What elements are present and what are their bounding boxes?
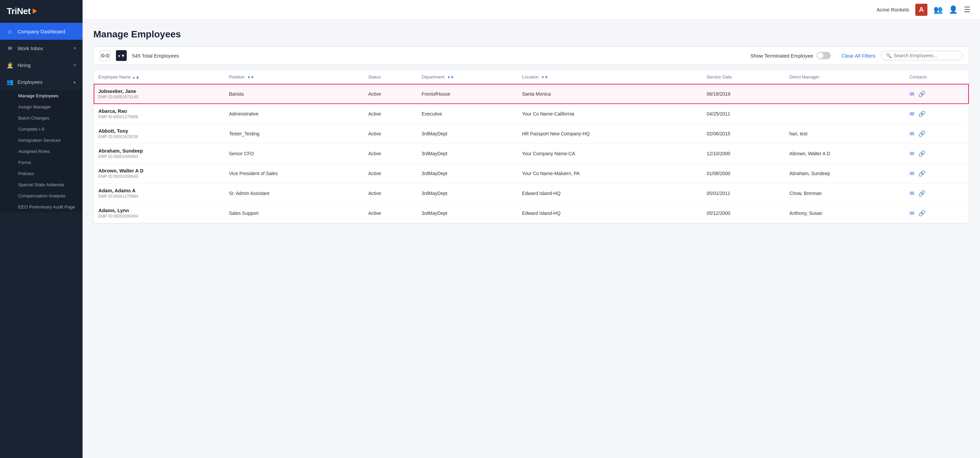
logo: TriNet	[0, 0, 83, 23]
location-cell: Edward Island-HQ	[517, 184, 702, 203]
col-contacts: Contacts	[905, 70, 969, 84]
link-icon[interactable]: 🔗	[918, 210, 925, 217]
subnav-item-policies[interactable]: Policies	[0, 168, 83, 179]
direct-manager-cell: Abrown, Walter A D	[784, 144, 905, 164]
position-cell: Sales Support	[224, 203, 363, 223]
user-icon[interactable]: 👤	[949, 5, 958, 14]
menu-icon[interactable]: ☰	[964, 5, 970, 14]
position-cell: Sr. Admin Assistant	[224, 184, 363, 203]
employee-name: Abarca, Rao	[99, 108, 220, 114]
location-cell: HR Passport New Company-HQ	[517, 124, 702, 144]
link-icon[interactable]: 🔗	[918, 150, 925, 157]
table-row[interactable]: Abbott, Tony EMP ID:00001629236 Tester_T…	[94, 124, 969, 144]
search-input[interactable]	[894, 53, 958, 58]
link-icon[interactable]: 🔗	[918, 130, 925, 138]
employee-name-cell: Adams, Lynn EMP ID:00001000484	[94, 203, 224, 223]
department-cell: 3rdMayDept	[417, 184, 517, 203]
employee-name: Adam, Adams A	[99, 188, 220, 193]
direct-manager-cell	[784, 104, 905, 124]
employee-name: Abraham, Sundeep	[99, 148, 220, 154]
subnav-item-immigration-services[interactable]: Immigration Services	[0, 135, 83, 146]
subnav-item-special-state-addenda[interactable]: Special State Addenda	[0, 179, 83, 190]
employee-name: Jobseeker, Jane	[99, 89, 220, 94]
link-icon[interactable]: 🔗	[918, 111, 925, 117]
mail-icon[interactable]: ✉	[910, 130, 914, 138]
settings-button[interactable]: ⚙	[100, 50, 111, 61]
sidebar-item-hiring[interactable]: 🧑‍💼 Hiring	[0, 57, 83, 73]
service-date-cell: 02/06/2015	[702, 124, 784, 144]
subnav-item-compensation-analysis[interactable]: Compensation Analysis	[0, 190, 83, 201]
table-row[interactable]: Jobseeker, Jane EMP ID:00001973140 Baris…	[94, 84, 969, 104]
subnav-item-assigned-roles[interactable]: Assigned Roles	[0, 146, 83, 157]
employee-name-cell: Abarca, Rao EMP ID:00001275956	[94, 104, 224, 124]
employee-name: Abbott, Tony	[99, 128, 220, 134]
contacts-cell: ✉ 🔗	[905, 203, 969, 223]
link-icon[interactable]: 🔗	[918, 170, 925, 177]
mail-icon[interactable]: ✉	[910, 90, 914, 98]
mail-icon[interactable]: ✉	[910, 111, 914, 117]
department-cell: FrontofHouse	[417, 84, 517, 104]
team-icon[interactable]: 👥	[934, 5, 943, 14]
company-name: Acme Rockets	[877, 7, 909, 13]
link-icon[interactable]: 🔗	[918, 90, 925, 98]
mail-icon[interactable]: ✉	[910, 170, 914, 177]
mail-icon[interactable]: ✉	[910, 190, 914, 197]
home-icon	[6, 28, 13, 35]
location-cell: Your Company Name-CA	[517, 144, 702, 164]
subnav-item-manage-employees[interactable]: Manage Employees	[0, 90, 83, 101]
sidebar-item-company-dashboard[interactable]: Company Dashboard	[0, 23, 83, 40]
link-icon[interactable]: 🔗	[918, 190, 925, 197]
subnav-item-batch-changes[interactable]: Batch Changes	[0, 113, 83, 124]
filter-icon: ▼	[247, 75, 254, 79]
subnav-item-assign-manager[interactable]: Assign Manager	[0, 101, 83, 113]
service-date-cell: 01/08/2000	[702, 164, 784, 184]
department-cell: Executive	[417, 104, 517, 124]
dropdown-button[interactable]: ▼	[116, 50, 127, 61]
status-cell: Active	[364, 164, 417, 184]
subnav-item-forms[interactable]: Forms	[0, 157, 83, 168]
inbox-icon	[6, 44, 13, 52]
col-status: Status	[364, 70, 417, 84]
sidebar-item-work-inbox[interactable]: Work Inbox	[0, 40, 83, 57]
contacts-cell: ✉ 🔗	[905, 184, 969, 203]
col-employee-name[interactable]: Employee Name ▲	[94, 70, 224, 84]
contacts-cell: ✉ 🔗	[905, 84, 969, 104]
employees-table: Employee Name ▲ Position ▼ Status Depart…	[93, 70, 969, 223]
sidebar-item-employees[interactable]: 👥 Employees ▲	[0, 73, 83, 90]
mail-icon[interactable]: ✉	[910, 150, 914, 157]
mail-icon[interactable]: ✉	[910, 210, 914, 217]
contacts-cell: ✉ 🔗	[905, 144, 969, 164]
department-cell: 3rdMayDept	[417, 144, 517, 164]
table-row[interactable]: Adams, Lynn EMP ID:00001000484 Sales Sup…	[94, 203, 969, 223]
show-terminated-label: Show Terminated Employee	[751, 53, 813, 59]
sidebar: TriNet Company Dashboard Work Inbox 🧑‍💼 …	[0, 0, 83, 458]
position-cell: Barista	[224, 84, 363, 104]
col-department[interactable]: Department ▼	[417, 70, 517, 84]
table-header-row: Employee Name ▲ Position ▼ Status Depart…	[94, 70, 969, 84]
employee-id: EMP ID:00001973140	[99, 95, 220, 99]
subnav-item-eeo-audit[interactable]: EEO Preliminary Audit Page	[0, 201, 83, 212]
col-location[interactable]: Location ▼	[517, 70, 702, 84]
terminated-toggle[interactable]	[816, 52, 831, 59]
status-cell: Active	[364, 84, 417, 104]
location-cell: Edward Island-HQ	[517, 203, 702, 223]
col-position[interactable]: Position ▼	[224, 70, 363, 84]
direct-manager-cell	[784, 84, 905, 104]
caret-down-icon: ▼	[118, 53, 126, 58]
table-row[interactable]: Abraham, Sundeep EMP ID:00001000483 Seni…	[94, 144, 969, 164]
employee-name-cell: Abraham, Sundeep EMP ID:00001000483	[94, 144, 224, 164]
employee-id: EMP ID:00001000484	[99, 214, 220, 219]
chevron-up-icon: ▲	[73, 80, 76, 84]
service-date-cell: 04/25/2011	[702, 104, 784, 124]
clear-filters-button[interactable]: Clear All Filters	[842, 53, 875, 59]
search-box: 🔍	[881, 51, 963, 60]
subnav-item-complete-i9[interactable]: Complete I-9	[0, 124, 83, 135]
table-row[interactable]: Abrown, Walter A D EMP ID:00001000840 Vi…	[94, 164, 969, 184]
table-row[interactable]: Adam, Adams A EMP ID:00001275994 Sr. Adm…	[94, 184, 969, 203]
department-cell: 3rdMayDept	[417, 203, 517, 223]
direct-manager-cell: Abraham, Sundeep	[784, 164, 905, 184]
table-row[interactable]: Abarca, Rao EMP ID:00001275956 Administr…	[94, 104, 969, 124]
sort-asc-icon: ▲	[132, 74, 140, 79]
employee-name-cell: Adam, Adams A EMP ID:00001275994	[94, 184, 224, 203]
position-cell: Senior CFO	[224, 144, 363, 164]
